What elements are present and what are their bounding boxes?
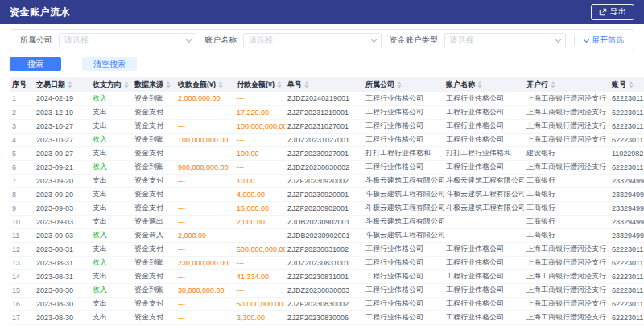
cell-order: ZJDZ20230831001 (285, 256, 363, 269)
sort-icon[interactable] (218, 81, 223, 88)
cell-no: 5 (10, 146, 34, 160)
cell-account: 工程行业伟格公司 (444, 133, 524, 146)
clear-search-button[interactable]: 清空搜索 (82, 57, 137, 71)
page-header: 资金账户流水 导出 (0, 0, 644, 24)
cell-pay: 100.00 (234, 146, 285, 160)
cell-pay: 16,000.00 (234, 201, 285, 215)
chevron-down-icon (584, 36, 589, 42)
column-header-company[interactable]: 所属公司 (363, 77, 444, 92)
cell-source: 资金支付 (132, 297, 175, 310)
expand-filters-link[interactable]: 展开筛选 (574, 35, 624, 46)
cell-source: 资金支付 (132, 187, 175, 201)
sort-icon[interactable] (477, 81, 482, 88)
sort-icon[interactable] (124, 81, 129, 88)
column-header-no: 序号 (10, 77, 34, 92)
company-select[interactable]: 请选择 (59, 33, 196, 47)
cell-company: 斗极云建筑工程有限公司 (363, 215, 444, 228)
column-header-receive[interactable]: 收款金额(¥) (175, 77, 234, 92)
cell-company: 工程行业伟格公司 (363, 92, 444, 105)
cell-receive: 100,000,000.00 (175, 133, 234, 146)
account-type-select[interactable]: 请选择 (444, 33, 566, 47)
cell-company: 工程行业伟格公司 (363, 256, 444, 269)
sort-icon[interactable] (304, 81, 309, 88)
main-content: 所属公司 请选择 账户名称 请选择 资金账户类型 请选择 展开筛选 (0, 24, 644, 325)
cell-date: 2023-10-27 (34, 133, 90, 146)
search-button[interactable]: 搜索 (10, 57, 61, 71)
cell-direction: 支出 (90, 215, 132, 228)
column-header-bank[interactable]: 开户行 (524, 77, 609, 92)
cell-account_no: 23329499 (609, 201, 644, 215)
filter-panel: 所属公司 请选择 账户名称 请选择 资金账户类型 请选择 展开筛选 (10, 29, 634, 51)
cell-pay: --- (234, 133, 285, 146)
column-header-order[interactable]: 单号 (285, 77, 363, 92)
cell-no: 12 (10, 242, 34, 256)
cell-account_no: 23329499 (609, 174, 644, 187)
sort-icon[interactable] (166, 81, 171, 88)
cell-account: 工程行业伟格公司 (444, 283, 524, 297)
cell-source: 资金到账 (132, 92, 175, 105)
column-header-account_no[interactable]: 账号 (609, 77, 644, 92)
table-row: 132023-08-31收入资金到账230,000,000.00---ZJDZ2… (10, 256, 644, 269)
table-row: 42023-10-27收入资金到账100,000,000.00---ZJDZ20… (10, 133, 644, 146)
cell-account_no: 62223011 (609, 133, 644, 146)
cell-order: ZJDZ20230830002 (285, 160, 363, 174)
column-header-date[interactable]: 交易日期 (34, 77, 90, 92)
cell-pay: --- (234, 160, 285, 174)
cell-bank: 上海工商银行漕河泾支行 (524, 310, 609, 324)
account-name-filter-label: 账户名称 (204, 35, 237, 46)
cell-account_no: 110229823 (609, 146, 644, 160)
cell-source: 资金支付 (132, 119, 175, 133)
sort-icon[interactable] (551, 81, 555, 88)
cell-date: 2023-09-03 (34, 228, 90, 242)
cell-source: 资金支付 (132, 201, 175, 215)
column-label: 收款金额(¥) (178, 80, 216, 90)
cell-pay: --- (234, 228, 285, 242)
cell-order: ZJZF20230927001 (285, 146, 363, 160)
sort-icon[interactable] (277, 81, 282, 88)
cell-company: 工程行业伟格公司 (363, 283, 444, 297)
cell-account_no: 62223011 (609, 92, 644, 105)
cell-source: 资金调出 (132, 215, 175, 228)
cell-receive: --- (175, 242, 234, 256)
cell-bank: 上海工商银行漕河泾支行 (524, 256, 609, 269)
cell-no: 13 (10, 256, 34, 269)
sort-icon[interactable] (68, 81, 72, 88)
cell-bank: 工商银行 (524, 215, 609, 228)
cell-account_no: 62223011 (609, 310, 644, 324)
cell-date: 2023-12-19 (34, 105, 90, 119)
column-header-pay[interactable]: 付款金额(¥) (234, 77, 285, 92)
account-name-select-placeholder: 请选择 (249, 35, 273, 46)
account-name-select[interactable]: 请选择 (243, 33, 381, 47)
cell-receive: 230,000,000.00 (175, 256, 234, 269)
column-header-account[interactable]: 账户名称 (444, 77, 524, 92)
column-label: 序号 (12, 80, 27, 90)
cell-source: 资金到账 (132, 133, 175, 146)
sort-icon[interactable] (397, 81, 402, 88)
export-button[interactable]: 导出 (591, 4, 634, 20)
sort-icon[interactable] (629, 81, 634, 88)
cell-pay: 500,000,000.00 (234, 242, 285, 256)
cell-account: 工程行业伟格公司 (444, 269, 524, 283)
cell-company: 工程行业伟格公司 (363, 310, 444, 324)
cell-date: 2023-08-31 (34, 242, 90, 256)
cell-date: 2024-02-19 (34, 92, 90, 105)
cell-direction: 支出 (90, 269, 132, 283)
cell-bank: 上海工商银行漕河泾支行 (524, 283, 609, 297)
cell-no: 14 (10, 269, 34, 283)
cell-bank: 上海工商银行漕河泾支行 (524, 297, 609, 310)
cell-order: ZJZF20231027001 (285, 119, 363, 133)
cell-pay: 2,000.00 (234, 215, 285, 228)
table-row: 142023-08-31支出资金支付---41,334.00ZJZF202308… (10, 269, 644, 283)
cell-receive: --- (175, 269, 234, 283)
transactions-table: 序号交易日期收支方向数据来源收款金额(¥)付款金额(¥)单号所属公司账户名称开户… (10, 77, 644, 325)
column-header-direction[interactable]: 收支方向 (90, 77, 132, 92)
cell-pay: --- (234, 92, 285, 105)
cell-order: ZJDZ20231027001 (285, 133, 363, 146)
column-label: 所属公司 (365, 80, 394, 90)
cell-account: 工程行业伟格公司 (444, 105, 524, 119)
column-header-source[interactable]: 数据来源 (132, 77, 175, 92)
cell-date: 2023-09-20 (34, 187, 90, 201)
table-row: 12024-02-19收入资金到账2,000,000.00---ZJDZ2024… (10, 92, 644, 105)
cell-bank: 上海工商银行漕河泾支行 (524, 92, 609, 105)
cell-bank: 上海工商银行漕河泾支行 (524, 105, 609, 119)
